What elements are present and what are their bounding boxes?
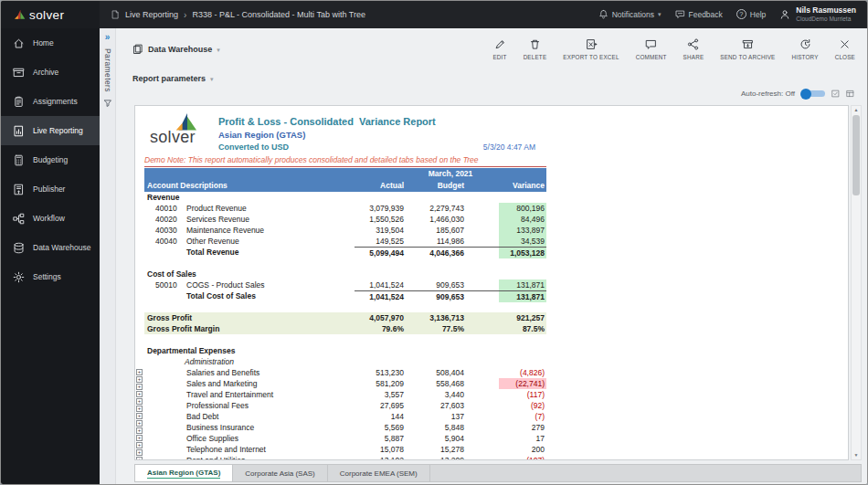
column-gap <box>466 290 499 302</box>
sidebar-item-budgeting[interactable]: Budgeting <box>1 145 100 174</box>
sidebar-item-archive[interactable]: Archive <box>1 58 100 87</box>
sidebar-item-home[interactable]: Home <box>1 28 100 58</box>
sheet-tab-corporate-emea-sem[interactable]: Corporate EMEA (SEM) <box>328 465 430 481</box>
variance-value: 131,871 <box>499 279 546 290</box>
assignments-icon <box>13 96 25 108</box>
auto-refresh-controls: Auto-refresh: Off <box>741 90 854 98</box>
account-label: Total Revenue <box>186 247 355 258</box>
table-row-sales-and-marketing: Sales and Marketing581,209558,468(22,741… <box>144 378 546 389</box>
auto-refresh-toggle[interactable] <box>801 90 825 97</box>
close-button[interactable]: CLOSE <box>827 38 863 60</box>
chevron-down-icon: ▾ <box>210 76 214 82</box>
variance-value: 133,897 <box>499 225 546 236</box>
account-label: Maintenance Revenue <box>186 225 355 236</box>
notifications-button[interactable]: Notifications ▾ <box>598 9 662 19</box>
scroll-down-icon[interactable]: ▼ <box>854 451 859 459</box>
sidebar-item-data-warehouse[interactable]: Data Warehouse <box>1 233 100 262</box>
table-row-cogs-product-sales: 50010COGS - Product Sales1,041,524909,65… <box>144 279 546 290</box>
actual-value: 27,695 <box>355 400 406 411</box>
column-gap <box>466 411 499 422</box>
sidebar-item-label: Settings <box>33 272 61 281</box>
toolbar: Data Warehouse ▾ EDITDELETEEXPORT TO EXC… <box>116 28 867 70</box>
filter-icon[interactable] <box>103 99 112 108</box>
publisher-icon <box>13 184 25 195</box>
checkbox-icon[interactable] <box>831 90 840 98</box>
column-gap <box>466 236 499 247</box>
expand-row-button[interactable]: + <box>136 391 143 397</box>
sidebar-item-live-reporting[interactable]: Live Reporting <box>1 116 100 145</box>
sidebar-item-publisher[interactable]: Publisher <box>1 174 100 204</box>
grid-icon[interactable] <box>846 90 854 98</box>
report-parameters-toggle[interactable]: Report parameters ▾ <box>132 74 214 83</box>
expand-row-button[interactable]: + <box>136 449 143 456</box>
workflow-icon <box>13 213 25 225</box>
budget-value: 13,209 <box>406 455 466 460</box>
account-label: Total Cost of Sales <box>186 290 355 302</box>
expand-row-button[interactable]: + <box>136 413 143 419</box>
account-label: Business Insurance <box>186 422 355 433</box>
account-label: COGS - Product Sales <box>186 279 355 290</box>
delete-button[interactable]: DELETE <box>515 38 556 60</box>
account-label: Professional Fees <box>186 400 355 411</box>
sidebar-item-assignments[interactable]: Assignments <box>1 87 100 116</box>
data-warehouse-button[interactable]: Data Warehouse ▾ <box>132 44 220 55</box>
sidebar-item-settings[interactable]: Settings <box>1 262 100 291</box>
expand-row-button[interactable]: + <box>136 406 143 412</box>
sheet-tab-asian-region-gtas[interactable]: Asian Region (GTAS) <box>135 465 233 481</box>
app-window: solver Live Reporting › R338 - P&L - Con… <box>0 0 868 485</box>
expand-row-button[interactable]: + <box>136 435 143 441</box>
expand-row-button[interactable]: + <box>136 420 143 427</box>
account-label: Product Revenue <box>186 203 355 214</box>
variance-value: 87.5% <box>499 323 546 334</box>
table-row <box>144 258 546 269</box>
account-label: Departmental Expenses <box>144 345 355 356</box>
export-to-excel-button[interactable]: EXPORT TO EXCEL <box>555 38 627 60</box>
delete-icon <box>529 38 541 50</box>
column-gap <box>466 356 499 367</box>
account-code <box>144 389 186 400</box>
breadcrumb-section[interactable]: Live Reporting <box>125 10 178 19</box>
expand-row-button[interactable]: + <box>136 442 143 448</box>
feedback-label: Feedback <box>689 10 723 19</box>
toggle-knob <box>800 89 811 100</box>
expand-parameters-button[interactable]: » <box>105 33 111 42</box>
edit-button[interactable]: EDIT <box>484 38 514 60</box>
expand-row-button[interactable]: + <box>136 427 143 434</box>
expand-row-button[interactable]: + <box>136 369 143 375</box>
scrollbar-thumb[interactable] <box>852 115 860 195</box>
scroll-up-icon[interactable]: ▲ <box>854 106 859 114</box>
expand-row-button[interactable]: + <box>136 376 143 383</box>
account-code <box>144 455 186 460</box>
table-row-telephone-and-internet: Telephone and Internet15,07815,278200 <box>144 444 546 455</box>
data-warehouse-label: Data Warehouse <box>148 45 212 54</box>
expand-row-button[interactable]: + <box>136 384 143 390</box>
account-code: 40010 <box>144 203 186 214</box>
parameters-panel: » Parameters <box>100 28 116 484</box>
solver-logo[interactable]: solver <box>1 1 100 28</box>
sidebar-item-workflow[interactable]: Workflow <box>1 204 100 233</box>
feedback-button[interactable]: Feedback <box>675 9 723 19</box>
variance-header: Variance <box>499 180 546 192</box>
variance-value: 921,257 <box>499 312 546 323</box>
account-code: 40030 <box>144 225 186 236</box>
history-button[interactable]: HISTORY <box>783 38 826 60</box>
share-button[interactable]: SHARE <box>675 38 713 60</box>
vertical-scrollbar[interactable]: ▲ ▼ <box>851 105 862 460</box>
help-button[interactable]: ? Help <box>736 9 766 19</box>
table-row-office-supplies: Office Supplies5,8875,90417 <box>144 433 546 444</box>
comment-button[interactable]: COMMENT <box>628 38 675 60</box>
send-to-archive-button[interactable]: SEND TO ARCHIVE <box>712 38 783 60</box>
expand-row-button[interactable]: + <box>136 457 143 460</box>
report-sheet: solver Profit & Loss - Consolidated Vari… <box>134 105 849 460</box>
period-header: March, 2021 <box>355 168 546 180</box>
expand-row-button[interactable]: + <box>136 398 143 405</box>
column-gap <box>466 214 499 225</box>
sheet-tab-corporate-asia-sas[interactable]: Corporate Asia (SAS) <box>233 465 327 481</box>
comment-icon <box>645 38 657 50</box>
column-gap <box>466 400 499 411</box>
actual-value: 581,209 <box>355 378 406 389</box>
account-label: Travel and Entertainment <box>186 389 355 400</box>
budgeting-icon <box>13 154 25 166</box>
user-menu[interactable]: Nils Rasmussen CloudDemo Murrieta <box>779 6 856 22</box>
account-code: 50010 <box>144 279 186 290</box>
